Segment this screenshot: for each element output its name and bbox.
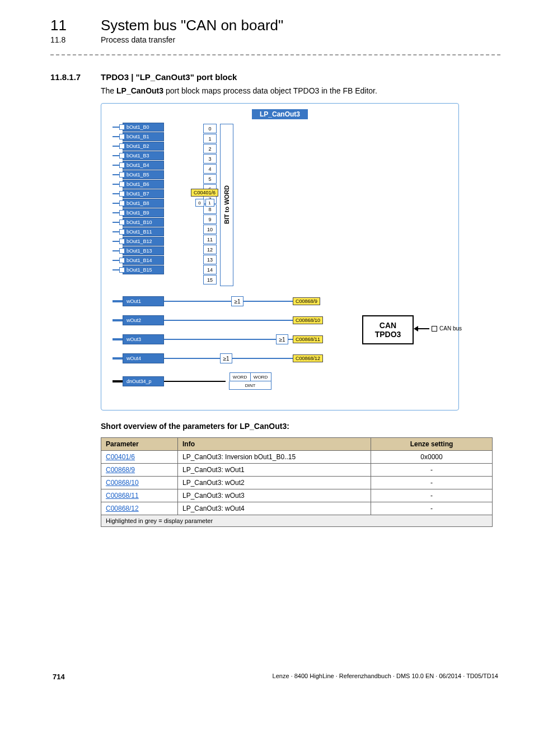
ge1-box: ≥1 bbox=[231, 296, 243, 306]
bit-port-label: bOut1_B4 bbox=[123, 161, 164, 170]
bit-port-label: bOut1_B14 bbox=[123, 256, 164, 265]
chapter-title: System bus "CAN on board" bbox=[101, 17, 283, 34]
setting-cell: - bbox=[371, 502, 493, 515]
info-cell: LP_CanOut3: wOut3 bbox=[178, 489, 371, 502]
setting-cell: - bbox=[371, 477, 493, 489]
can-bus-label: CAN bus bbox=[439, 325, 462, 332]
parameter-link[interactable]: C00868/12 bbox=[106, 505, 139, 512]
bit-port-label: bOut1_B8 bbox=[123, 199, 164, 208]
bit-port: bOut1_B9 bbox=[113, 208, 164, 217]
parameter-link[interactable]: C00868/9 bbox=[106, 466, 135, 474]
dint-box: WORDWORDDINT bbox=[229, 372, 271, 390]
can-bus-output: CAN bus bbox=[417, 325, 462, 332]
bit-port: bOut1_B5 bbox=[113, 170, 164, 179]
page-number: 714 bbox=[53, 673, 65, 681]
bit-port-label: bOut1_B12 bbox=[123, 237, 164, 246]
bit-index-box: 12 bbox=[203, 245, 217, 254]
bit-index-box: 1 bbox=[203, 134, 217, 143]
bit-index-box: 0 bbox=[203, 124, 217, 133]
th-info: Info bbox=[178, 438, 371, 451]
th-parameter: Parameter bbox=[101, 438, 178, 451]
intro-post: port block maps process data object TPDO… bbox=[163, 86, 377, 95]
bit-index-box: 15 bbox=[203, 275, 217, 284]
ge1-box: ≥1 bbox=[276, 334, 288, 344]
setting-cell: - bbox=[371, 489, 493, 502]
can-tpdo3-box: CAN TPDO3 bbox=[362, 315, 414, 344]
table-footnote-row: Highlighted in grey = display parameter bbox=[101, 515, 493, 527]
bit-port-label: bOut1_B2 bbox=[123, 142, 164, 151]
section-title-top: Process data transfer bbox=[101, 35, 175, 44]
info-cell: LP_CanOut3: Inversion bOut1_B0..15 bbox=[178, 451, 371, 464]
code-tag: C00868/12 bbox=[293, 354, 323, 362]
table-row: C00868/10LP_CanOut3: wOut2- bbox=[101, 477, 493, 489]
table-row: C00868/12LP_CanOut3: wOut4- bbox=[101, 502, 493, 515]
bit-port-label: bOut1_B5 bbox=[123, 170, 164, 179]
bit-port-list: bOut1_B0bOut1_B1bOut1_B2bOut1_B3bOut1_B4… bbox=[113, 123, 164, 286]
footer-right: Lenze · 8400 HighLine · Referenzhandbuch… bbox=[273, 673, 498, 681]
bit-port-label: bOut1_B9 bbox=[123, 208, 164, 217]
inversion-tag: C00401/6 bbox=[191, 189, 218, 197]
word-port-label: wOut1 bbox=[123, 296, 164, 306]
parameter-link[interactable]: C00401/6 bbox=[106, 453, 135, 461]
ge1-box: ≥1 bbox=[220, 353, 232, 363]
subsection-number: 11.8.1.7 bbox=[50, 72, 101, 82]
bit-port-label: bOut1_B13 bbox=[123, 246, 164, 255]
info-cell: LP_CanOut3: wOut2 bbox=[178, 477, 371, 489]
inversion-callout: C00401/6 0 1 bbox=[191, 189, 218, 207]
setting-cell: 0x0000 bbox=[371, 451, 493, 464]
code-tag: C00868/9 bbox=[293, 297, 320, 305]
table-row: C00868/11LP_CanOut3: wOut3- bbox=[101, 489, 493, 502]
parameter-link[interactable]: C00868/10 bbox=[106, 479, 139, 487]
bit-index-box: 11 bbox=[203, 235, 217, 244]
bit-port-label: bOut1_B6 bbox=[123, 180, 164, 189]
bit-index-box: 3 bbox=[203, 154, 217, 164]
diagram-title: LP_CanOut3 bbox=[252, 109, 308, 119]
dint-port-label: dnOut34_p bbox=[123, 376, 164, 386]
code-tag: C00868/10 bbox=[293, 316, 323, 324]
table-footnote: Highlighted in grey = display parameter bbox=[101, 515, 493, 527]
bit-port-label: bOut1_B7 bbox=[123, 189, 164, 198]
word-port-label: wOut3 bbox=[123, 334, 164, 344]
bit-port: bOut1_B11 bbox=[113, 227, 164, 236]
bit-port: bOut1_B0 bbox=[113, 123, 164, 132]
bit-port: bOut1_B8 bbox=[113, 199, 164, 208]
word-port-label: wOut4 bbox=[123, 353, 164, 363]
bit-index-box: 13 bbox=[203, 255, 217, 264]
intro-text: The LP_CanOut3 port block maps process d… bbox=[101, 86, 500, 95]
bit-port: bOut1_B6 bbox=[113, 180, 164, 189]
bit-to-word-box: BIT to WORD bbox=[220, 124, 233, 286]
can-box-line2: TPDO3 bbox=[366, 330, 410, 339]
bit-port-label: bOut1_B3 bbox=[123, 151, 164, 160]
divider bbox=[50, 54, 500, 55]
table-caption: Short overview of the parameters for LP_… bbox=[101, 422, 500, 431]
chapter-number: 11 bbox=[50, 17, 101, 34]
subsection-title: TPDO3 | "LP_CanOut3" port block bbox=[101, 72, 237, 82]
parameter-table: Parameter Info Lenze setting C00401/6LP_… bbox=[101, 437, 493, 527]
inversion-bit-0: 0 bbox=[195, 199, 204, 207]
can-box-line1: CAN bbox=[366, 321, 410, 330]
bit-port: bOut1_B7 bbox=[113, 189, 164, 198]
bit-port: bOut1_B1 bbox=[113, 132, 164, 141]
section-number-top: 11.8 bbox=[50, 35, 101, 44]
word-box-1: WORD bbox=[229, 372, 251, 381]
table-row: C00868/9LP_CanOut3: wOut1- bbox=[101, 464, 493, 477]
word-box-2: WORD bbox=[251, 372, 271, 381]
word-port-label: wOut2 bbox=[123, 315, 164, 325]
bit-port-label: bOut1_B15 bbox=[123, 265, 164, 274]
block-diagram: LP_CanOut3 bOut1_B0bOut1_B1bOut1_B2bOut1… bbox=[101, 103, 459, 410]
bit-port: bOut1_B4 bbox=[113, 161, 164, 170]
bit-port: bOut1_B10 bbox=[113, 218, 164, 227]
bit-port: bOut1_B3 bbox=[113, 151, 164, 160]
th-setting: Lenze setting bbox=[371, 438, 493, 451]
bit-port-label: bOut1_B10 bbox=[123, 218, 164, 227]
bit-port-label: bOut1_B1 bbox=[123, 132, 164, 141]
parameter-link[interactable]: C00868/11 bbox=[106, 492, 139, 500]
inversion-bit-1: 1 bbox=[205, 199, 214, 207]
bit-index-box: 10 bbox=[203, 225, 217, 234]
bit-port: bOut1_B14 bbox=[113, 256, 164, 265]
bit-index-box: 9 bbox=[203, 214, 217, 224]
bit-index-box: 5 bbox=[203, 174, 217, 184]
code-tag: C00868/11 bbox=[293, 335, 323, 343]
page-footer: 714 Lenze · 8400 HighLine · Referenzhand… bbox=[50, 673, 500, 681]
bit-port: bOut1_B12 bbox=[113, 237, 164, 246]
